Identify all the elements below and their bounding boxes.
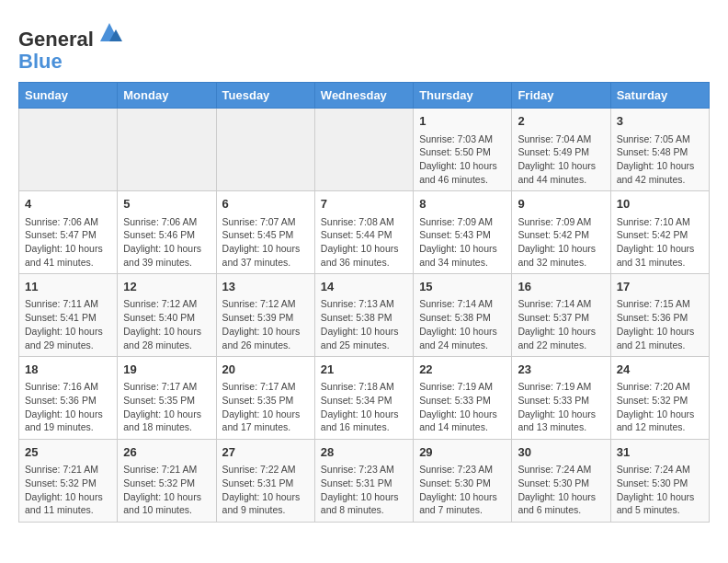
day-number: 24 <box>617 362 703 378</box>
day-number: 15 <box>419 279 506 295</box>
day-info: Sunrise: 7:19 AMSunset: 5:33 PMDaylight:… <box>518 380 604 434</box>
calendar-cell: 15Sunrise: 7:14 AMSunset: 5:38 PMDayligh… <box>414 274 512 357</box>
calendar-cell: 1Sunrise: 7:03 AMSunset: 5:50 PMDaylight… <box>414 109 512 191</box>
calendar-cell: 27Sunrise: 7:22 AMSunset: 5:31 PMDayligh… <box>216 440 314 523</box>
day-info: Sunrise: 7:24 AMSunset: 5:30 PMDaylight:… <box>518 463 604 517</box>
page-header: General Blue <box>18 18 710 73</box>
day-number: 27 <box>222 444 309 461</box>
day-info: Sunrise: 7:24 AMSunset: 5:30 PMDaylight:… <box>617 463 703 517</box>
day-info: Sunrise: 7:12 AMSunset: 5:40 PMDaylight:… <box>123 297 210 351</box>
day-number: 18 <box>25 362 111 378</box>
day-number: 8 <box>419 196 506 213</box>
day-info: Sunrise: 7:21 AMSunset: 5:32 PMDaylight:… <box>25 463 111 517</box>
day-info: Sunrise: 7:12 AMSunset: 5:39 PMDaylight:… <box>222 297 309 351</box>
calendar-cell <box>314 109 413 191</box>
calendar-cell <box>216 109 314 191</box>
calendar-cell: 29Sunrise: 7:23 AMSunset: 5:30 PMDayligh… <box>414 440 512 523</box>
day-info: Sunrise: 7:04 AMSunset: 5:49 PMDaylight:… <box>518 132 604 187</box>
calendar-cell: 17Sunrise: 7:15 AMSunset: 5:36 PMDayligh… <box>610 274 709 357</box>
day-number: 4 <box>25 196 111 213</box>
day-info: Sunrise: 7:19 AMSunset: 5:33 PMDaylight:… <box>419 380 506 434</box>
day-number: 31 <box>617 444 703 461</box>
day-info: Sunrise: 7:16 AMSunset: 5:36 PMDaylight:… <box>25 380 111 434</box>
logo-icon <box>96 18 123 46</box>
day-info: Sunrise: 7:21 AMSunset: 5:32 PMDaylight:… <box>123 463 210 517</box>
calendar-cell: 11Sunrise: 7:11 AMSunset: 5:41 PMDayligh… <box>19 274 118 357</box>
day-info: Sunrise: 7:09 AMSunset: 5:43 PMDaylight:… <box>419 215 506 270</box>
calendar-cell: 28Sunrise: 7:23 AMSunset: 5:31 PMDayligh… <box>314 440 413 523</box>
day-info: Sunrise: 7:11 AMSunset: 5:41 PMDaylight:… <box>25 297 111 351</box>
day-number: 9 <box>518 196 604 213</box>
calendar-cell: 31Sunrise: 7:24 AMSunset: 5:30 PMDayligh… <box>610 440 709 523</box>
day-info: Sunrise: 7:22 AMSunset: 5:31 PMDaylight:… <box>222 463 309 517</box>
calendar-cell: 7Sunrise: 7:08 AMSunset: 5:44 PMDaylight… <box>314 191 413 274</box>
day-info: Sunrise: 7:14 AMSunset: 5:38 PMDaylight:… <box>419 297 506 351</box>
calendar-cell <box>118 109 216 191</box>
calendar-cell: 23Sunrise: 7:19 AMSunset: 5:33 PMDayligh… <box>512 357 610 440</box>
day-number: 21 <box>321 362 407 378</box>
weekday-header-thursday: Thursday <box>414 83 512 109</box>
weekday-header-tuesday: Tuesday <box>216 83 314 109</box>
day-number: 19 <box>123 362 210 378</box>
day-number: 23 <box>518 362 604 378</box>
day-number: 2 <box>518 113 604 130</box>
day-number: 17 <box>617 279 703 295</box>
day-info: Sunrise: 7:03 AMSunset: 5:50 PMDaylight:… <box>419 132 506 187</box>
day-number: 25 <box>25 444 111 461</box>
day-info: Sunrise: 7:15 AMSunset: 5:36 PMDaylight:… <box>617 297 703 351</box>
day-number: 20 <box>222 362 309 378</box>
calendar-cell: 5Sunrise: 7:06 AMSunset: 5:46 PMDaylight… <box>118 191 216 274</box>
calendar-cell: 6Sunrise: 7:07 AMSunset: 5:45 PMDaylight… <box>216 191 314 274</box>
day-info: Sunrise: 7:06 AMSunset: 5:47 PMDaylight:… <box>25 215 111 270</box>
calendar-cell: 19Sunrise: 7:17 AMSunset: 5:35 PMDayligh… <box>118 357 216 440</box>
calendar-cell: 20Sunrise: 7:17 AMSunset: 5:35 PMDayligh… <box>216 357 314 440</box>
day-info: Sunrise: 7:18 AMSunset: 5:34 PMDaylight:… <box>321 380 407 434</box>
logo: General Blue <box>18 18 123 73</box>
calendar-cell: 21Sunrise: 7:18 AMSunset: 5:34 PMDayligh… <box>314 357 413 440</box>
day-info: Sunrise: 7:17 AMSunset: 5:35 PMDaylight:… <box>222 380 309 434</box>
day-number: 1 <box>419 113 506 130</box>
calendar-cell: 10Sunrise: 7:10 AMSunset: 5:42 PMDayligh… <box>610 191 709 274</box>
day-number: 28 <box>321 444 407 461</box>
logo-blue: Blue <box>18 50 63 73</box>
calendar-cell: 8Sunrise: 7:09 AMSunset: 5:43 PMDaylight… <box>414 191 512 274</box>
weekday-header-saturday: Saturday <box>610 83 709 109</box>
day-number: 5 <box>123 196 210 213</box>
weekday-header-monday: Monday <box>118 83 216 109</box>
day-number: 29 <box>419 444 506 461</box>
calendar-table: SundayMondayTuesdayWednesdayThursdayFrid… <box>18 82 710 523</box>
calendar-cell: 2Sunrise: 7:04 AMSunset: 5:49 PMDaylight… <box>512 109 610 191</box>
day-info: Sunrise: 7:05 AMSunset: 5:48 PMDaylight:… <box>617 132 703 187</box>
day-info: Sunrise: 7:14 AMSunset: 5:37 PMDaylight:… <box>518 297 604 351</box>
logo-general: General <box>18 28 94 51</box>
day-number: 26 <box>123 444 210 461</box>
day-info: Sunrise: 7:10 AMSunset: 5:42 PMDaylight:… <box>617 215 703 270</box>
calendar-cell: 12Sunrise: 7:12 AMSunset: 5:40 PMDayligh… <box>118 274 216 357</box>
day-info: Sunrise: 7:06 AMSunset: 5:46 PMDaylight:… <box>123 215 210 270</box>
day-number: 7 <box>321 196 407 213</box>
calendar-cell: 14Sunrise: 7:13 AMSunset: 5:38 PMDayligh… <box>314 274 413 357</box>
day-info: Sunrise: 7:17 AMSunset: 5:35 PMDaylight:… <box>123 380 210 434</box>
calendar-cell: 9Sunrise: 7:09 AMSunset: 5:42 PMDaylight… <box>512 191 610 274</box>
day-number: 6 <box>222 196 309 213</box>
day-number: 10 <box>617 196 703 213</box>
day-number: 22 <box>419 362 506 378</box>
calendar-cell: 16Sunrise: 7:14 AMSunset: 5:37 PMDayligh… <box>512 274 610 357</box>
day-number: 16 <box>518 279 604 295</box>
calendar-cell: 13Sunrise: 7:12 AMSunset: 5:39 PMDayligh… <box>216 274 314 357</box>
day-info: Sunrise: 7:08 AMSunset: 5:44 PMDaylight:… <box>321 215 407 270</box>
calendar-cell: 25Sunrise: 7:21 AMSunset: 5:32 PMDayligh… <box>19 440 118 523</box>
calendar-cell: 24Sunrise: 7:20 AMSunset: 5:32 PMDayligh… <box>610 357 709 440</box>
day-number: 3 <box>617 113 703 130</box>
calendar-cell: 22Sunrise: 7:19 AMSunset: 5:33 PMDayligh… <box>414 357 512 440</box>
calendar-cell <box>19 109 118 191</box>
calendar-cell: 4Sunrise: 7:06 AMSunset: 5:47 PMDaylight… <box>19 191 118 274</box>
day-number: 30 <box>518 444 604 461</box>
day-number: 14 <box>321 279 407 295</box>
day-info: Sunrise: 7:23 AMSunset: 5:31 PMDaylight:… <box>321 463 407 517</box>
calendar-cell: 26Sunrise: 7:21 AMSunset: 5:32 PMDayligh… <box>118 440 216 523</box>
day-info: Sunrise: 7:09 AMSunset: 5:42 PMDaylight:… <box>518 215 604 270</box>
weekday-header-wednesday: Wednesday <box>314 83 413 109</box>
weekday-header-friday: Friday <box>512 83 610 109</box>
day-info: Sunrise: 7:20 AMSunset: 5:32 PMDaylight:… <box>617 380 703 434</box>
